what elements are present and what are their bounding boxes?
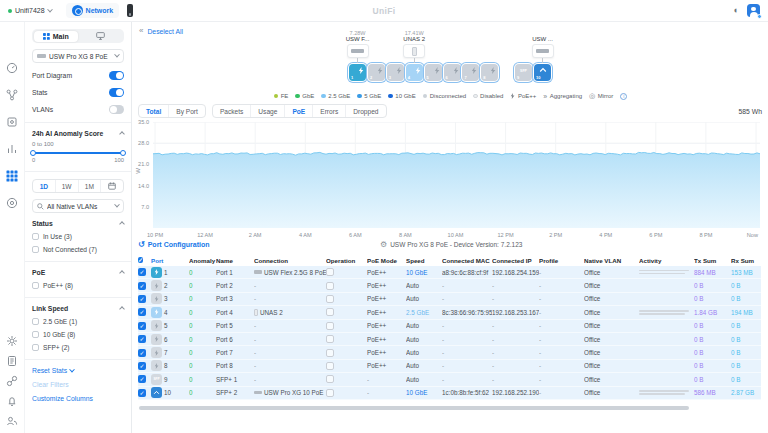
gear-icon[interactable]: ⚙ [380,240,387,249]
vlan-filter-select[interactable]: All Native VLANs [32,199,124,213]
table-row[interactable]: ✓100SFP+ 2USW Pro XG 10 PoE-10 GbE1c:0b:… [138,387,761,400]
stats-tab-total[interactable]: Total [139,105,168,117]
checkbox[interactable] [32,233,39,240]
rail-item-bell-icon[interactable] [5,393,20,408]
row-checkbox[interactable]: ✓ [138,308,146,316]
filter-option[interactable]: 2.5 GbE (1) [32,318,124,325]
table-row[interactable]: ✓30Port 3-PoE++Auto---Office0 B0 B [138,293,761,306]
rail-item-insights-icon[interactable] [5,141,20,156]
anomaly-section-header[interactable]: 24h AI Anomaly Score [32,130,124,137]
row-checkbox[interactable]: ✓ [138,375,146,383]
table-row[interactable]: ✓70Port 7-PoE++Auto---Office0 B0 B [138,346,761,359]
row-checkbox[interactable]: ✓ [138,282,146,290]
checkbox[interactable] [32,344,39,351]
stats-tab-poe[interactable]: PoE [284,105,312,117]
toggle-vlans[interactable] [109,105,124,114]
filter-option[interactable]: Not Connected (7) [32,246,124,253]
column-header-poe-mode[interactable]: PoE Mode [367,257,406,264]
tab-main[interactable]: Main [34,31,79,42]
filter-option[interactable]: In Use (3) [32,233,124,240]
table-row[interactable]: ✓SFP90SFP+ 1--Auto---Office0 B0 B [138,373,761,386]
diagram-port-1[interactable]: 1 [349,64,366,81]
checkbox[interactable] [32,282,39,289]
filter-option[interactable]: PoE++ (8) [32,282,124,289]
calendar-icon[interactable] [100,180,123,192]
row-checkbox[interactable]: ✓ [138,268,146,276]
filter-section-poe[interactable]: PoE [32,269,124,276]
column-header-operation[interactable]: Operation [326,257,367,264]
toggle-stats[interactable] [109,88,124,97]
table-row[interactable]: ✓50Port 5-PoE++Auto---Office0 B0 B [138,320,761,333]
device-selector[interactable]: USW Pro XG 8 PoE [32,49,124,63]
anomaly-slider[interactable] [32,152,124,154]
column-header-tx-sum[interactable]: Tx Sum [694,257,731,264]
user-avatar[interactable] [747,4,760,17]
stats-tab-by-port[interactable]: By Port [168,105,205,117]
diagram-port-5[interactable]: 5 [425,64,442,81]
column-header-profile[interactable]: Profile [539,257,584,264]
site-selector[interactable]: Unifi7428 [8,7,52,14]
operation-checkbox[interactable] [326,389,334,397]
column-header-connection[interactable]: Connection [254,257,326,264]
checkbox[interactable] [32,318,39,325]
clear-filters-link[interactable]: Clear Filters [32,381,124,388]
connected-device-card[interactable]: 17.41WUNAS 2 [392,30,436,63]
row-checkbox[interactable]: ✓ [138,362,146,370]
slider-knob-min[interactable] [30,150,36,156]
stats-tab-dropped[interactable]: Dropped [345,105,385,117]
rail-item-clients-icon[interactable] [5,195,20,210]
table-row[interactable]: ✓80Port 8-PoE++Auto---Office0 B0 B [138,360,761,373]
select-all-checkbox[interactable]: ✓ [138,257,143,263]
checkbox[interactable] [32,246,39,253]
diagram-port-10[interactable]: 10 [534,64,551,81]
stats-tab-errors[interactable]: Errors [312,105,345,117]
table-row[interactable]: ✓10Port 1USW Flex 2.5G 8 PoEPoE++10 GbEa… [138,266,761,279]
rail-item-log-icon[interactable] [5,353,20,368]
diagram-port-7[interactable]: 7 [462,64,479,81]
column-header-rx-sum[interactable]: Rx Sum [731,257,761,264]
table-row[interactable]: ✓40Port 4UNAS 2PoE++2.5 GbE8c:38:66:96:7… [138,306,761,319]
rail-item-ports-icon[interactable] [5,168,20,183]
column-header-activity[interactable]: Activity [639,257,694,264]
time-range-1d[interactable]: 1D [33,180,55,192]
operation-checkbox[interactable] [326,282,334,290]
horizontal-scrollbar[interactable] [139,406,689,410]
row-checkbox[interactable]: ✓ [138,335,146,343]
table-row[interactable]: ✓60Port 6-PoE++Auto---Office0 B0 B [138,333,761,346]
slider-knob-max[interactable] [120,150,126,156]
filter-section-status[interactable]: Status [32,220,124,227]
diagram-port-2[interactable]: 2 [368,64,385,81]
operation-checkbox[interactable] [326,362,334,370]
theme-toggle-icon[interactable]: ◐ [734,6,739,15]
diagram-port-3[interactable]: 3 [387,64,404,81]
diagram-port-4[interactable]: 4 [406,64,423,81]
operation-checkbox[interactable] [326,375,334,383]
filter-option[interactable]: SFP+ (2) [32,344,124,351]
deselect-all-button[interactable]: « Deselect All [139,27,183,35]
diagram-port-6[interactable]: 6 [444,64,461,81]
toggle-port-diagram[interactable] [109,71,124,80]
connected-device-card[interactable]: 7.28WUSW F... [336,30,380,63]
checkbox[interactable] [32,331,39,338]
tab-network[interactable]: Network [66,3,120,18]
customize-columns-link[interactable]: Customize Columns [32,395,124,402]
rail-item-users-icon[interactable] [5,413,20,428]
stats-tab-usage[interactable]: Usage [250,105,284,117]
reset-stats-link[interactable]: Reset Stats [32,367,124,374]
diagram-port-8[interactable]: 8 [481,64,498,81]
column-header-port[interactable]: Port [151,257,189,264]
operation-checkbox[interactable] [326,322,334,330]
tab-display[interactable] [78,31,123,42]
row-checkbox[interactable]: ✓ [138,322,146,330]
port-configuration-title[interactable]: ↺ Port Configuration [138,240,210,249]
info-icon[interactable]: i [620,93,627,100]
rail-item-dashboard-icon[interactable] [5,60,20,75]
column-header-native-vlan[interactable]: Native VLAN [584,257,639,264]
operation-checkbox[interactable] [326,308,334,316]
console-device-icon[interactable] [127,4,133,17]
stats-tab-packets[interactable]: Packets [213,105,250,117]
row-checkbox[interactable]: ✓ [138,389,146,397]
row-checkbox[interactable]: ✓ [138,349,146,357]
filter-section-link-speed[interactable]: Link Speed [32,305,124,312]
column-header-name[interactable]: Name [216,257,254,264]
